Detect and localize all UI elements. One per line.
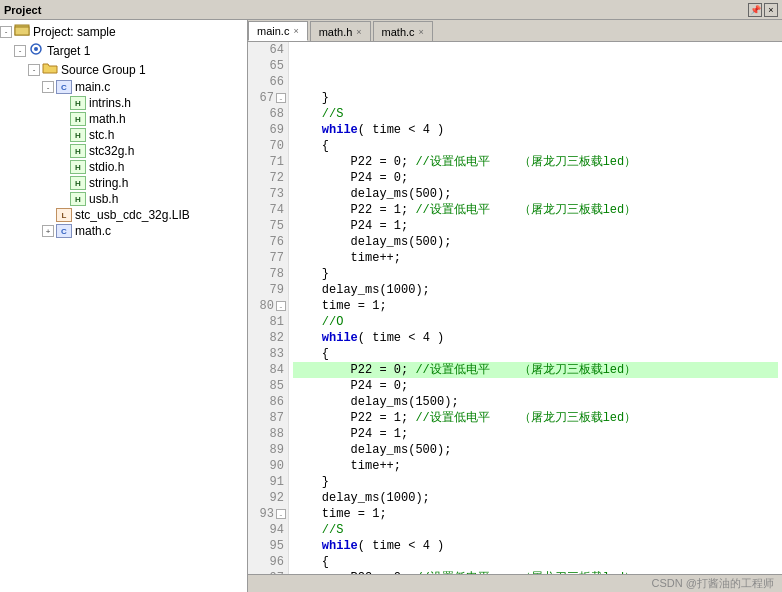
code-line-66: while( time < 4 ) — [293, 122, 778, 138]
expand-icon-mainc[interactable]: - — [42, 81, 54, 93]
file-icon-usbh: H — [70, 192, 86, 206]
tab-close-mainc[interactable]: × — [293, 26, 298, 36]
line-number-88: 88 — [248, 426, 288, 442]
code-line-71: P22 = 1; //设置低电平 （屠龙刀三板载led） — [293, 202, 778, 218]
code-line-93: { — [293, 554, 778, 570]
code-line-70: delay_ms(500); — [293, 186, 778, 202]
file-icon-stclib: L — [56, 208, 72, 222]
tree-item-stch[interactable]: Hstc.h — [0, 127, 247, 143]
code-area[interactable]: 64656667-68697071727374757677787980-8182… — [248, 42, 782, 574]
code-line-87: time++; — [293, 458, 778, 474]
line-number-71: 71 — [248, 154, 288, 170]
line-number-83: 83 — [248, 346, 288, 362]
code-line-83: delay_ms(1500); — [293, 394, 778, 410]
tab-mathc[interactable]: math.c× — [373, 21, 433, 41]
tab-close-mathc[interactable]: × — [419, 27, 424, 37]
code-line-74: time++; — [293, 250, 778, 266]
code-line-77: time = 1; — [293, 298, 778, 314]
tree-item-stdioh[interactable]: Hstdio.h — [0, 159, 247, 175]
svg-rect-1 — [15, 27, 29, 35]
tree-label-target1: Target 1 — [47, 44, 90, 58]
tab-bar: main.c×math.h×math.c× — [248, 20, 782, 42]
line-number-90: 90 — [248, 458, 288, 474]
tab-mainc[interactable]: main.c× — [248, 21, 308, 41]
line-number-76: 76 — [248, 234, 288, 250]
line-number-82: 82 — [248, 330, 288, 346]
code-line-84: P22 = 1; //设置低电平 （屠龙刀三板载led） — [293, 410, 778, 426]
tree-label-mainc: main.c — [75, 80, 110, 94]
code-line-68: P22 = 0; //设置低电平 （屠龙刀三板载led） — [293, 154, 778, 170]
file-icon-stc32g: H — [70, 144, 86, 158]
line-number-73: 73 — [248, 186, 288, 202]
line-number-94: 94 — [248, 522, 288, 538]
code-line-64: } — [293, 90, 778, 106]
code-line-85: P24 = 1; — [293, 426, 778, 442]
tree-item-intrins[interactable]: Hintrins.h — [0, 95, 247, 111]
expand-icon-target1[interactable]: - — [14, 45, 26, 57]
tree-label-stdioh: stdio.h — [89, 160, 124, 174]
panel-title-text: Project — [4, 4, 41, 16]
line-number-69: 69 — [248, 122, 288, 138]
expand-icon-project[interactable]: - — [0, 26, 12, 38]
code-line-76: delay_ms(1000); — [293, 282, 778, 298]
code-line-86: delay_ms(500); — [293, 442, 778, 458]
pin-button[interactable]: 📌 — [748, 3, 762, 17]
file-icon-sourcegroup1 — [42, 61, 58, 78]
collapse-btn-93[interactable]: - — [276, 509, 286, 519]
close-button[interactable]: × — [764, 3, 778, 17]
code-line-69: P24 = 0; — [293, 170, 778, 186]
line-number-86: 86 — [248, 394, 288, 410]
line-number-96: 96 — [248, 554, 288, 570]
project-panel: -Project: sample-Target 1-Source Group 1… — [0, 20, 248, 592]
tree-item-stringh[interactable]: Hstring.h — [0, 175, 247, 191]
tree-item-mathh[interactable]: Hmath.h — [0, 111, 247, 127]
code-line-82: P24 = 0; — [293, 378, 778, 394]
status-bar: CSDN @打酱油的工程师 — [248, 574, 782, 592]
code-line-79: while( time < 4 ) — [293, 330, 778, 346]
tab-label-mathc: math.c — [382, 26, 415, 38]
file-icon-stch: H — [70, 128, 86, 142]
code-line-88: } — [293, 474, 778, 490]
line-number-75: 75 — [248, 218, 288, 234]
code-content[interactable]: } //S while( time < 4 ) { P22 = 0; //设置低… — [289, 42, 782, 574]
line-number-70: 70 — [248, 138, 288, 154]
code-line-81: P22 = 0; //设置低电平 （屠龙刀三板载led） — [293, 362, 778, 378]
line-numbers: 64656667-68697071727374757677787980-8182… — [248, 42, 289, 574]
line-number-91: 91 — [248, 474, 288, 490]
tree-item-stc32g[interactable]: Hstc32g.h — [0, 143, 247, 159]
file-icon-mathc: C — [56, 224, 72, 238]
code-line-67: { — [293, 138, 778, 154]
editor-panel: main.c×math.h×math.c× 64656667-686970717… — [248, 20, 782, 592]
tree-item-project[interactable]: -Project: sample — [0, 22, 247, 41]
line-number-87: 87 — [248, 410, 288, 426]
tree-item-sourcegroup1[interactable]: -Source Group 1 — [0, 60, 247, 79]
tree-item-mainc[interactable]: -Cmain.c — [0, 79, 247, 95]
tree-label-mathc: math.c — [75, 224, 111, 238]
watermark: CSDN @打酱油的工程师 — [652, 576, 774, 591]
code-line-75: } — [293, 266, 778, 282]
tree-item-target1[interactable]: -Target 1 — [0, 41, 247, 60]
line-number-95: 95 — [248, 538, 288, 554]
collapse-btn-67[interactable]: - — [276, 93, 286, 103]
tree-item-stclib[interactable]: Lstc_usb_cdc_32g.LIB — [0, 207, 247, 223]
expand-icon-mathc[interactable]: + — [42, 225, 54, 237]
line-number-72: 72 — [248, 170, 288, 186]
line-number-84: 84 — [248, 362, 288, 378]
line-number-92: 92 — [248, 490, 288, 506]
tree-item-usbh[interactable]: Husb.h — [0, 191, 247, 207]
tree-item-mathc[interactable]: +Cmath.c — [0, 223, 247, 239]
code-line-80: { — [293, 346, 778, 362]
collapse-btn-80[interactable]: - — [276, 301, 286, 311]
line-number-66: 66 — [248, 74, 288, 90]
tree-label-sourcegroup1: Source Group 1 — [61, 63, 146, 77]
tab-close-mathh[interactable]: × — [356, 27, 361, 37]
code-line-89: delay_ms(1000); — [293, 490, 778, 506]
code-line-91: //S — [293, 522, 778, 538]
code-line-73: delay_ms(500); — [293, 234, 778, 250]
file-icon-mathh: H — [70, 112, 86, 126]
expand-icon-sourcegroup1[interactable]: - — [28, 64, 40, 76]
tab-mathh[interactable]: math.h× — [310, 21, 371, 41]
line-number-77: 77 — [248, 250, 288, 266]
tab-label-mathh: math.h — [319, 26, 353, 38]
code-line-78: //O — [293, 314, 778, 330]
